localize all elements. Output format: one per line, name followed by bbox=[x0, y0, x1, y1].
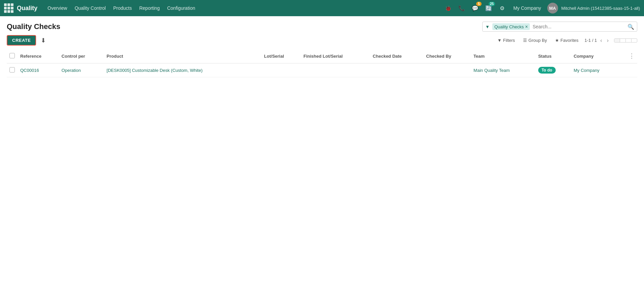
row-reference[interactable]: QC00016 bbox=[18, 63, 59, 77]
nav-menu: Overview Quality Control Products Report… bbox=[44, 3, 442, 13]
search-input[interactable] bbox=[532, 24, 625, 29]
filter-tag-label: Quality Checks bbox=[494, 24, 524, 29]
page-header: Quality Checks ▼ Quality Checks × 🔍 bbox=[0, 16, 644, 32]
avatar[interactable]: MA bbox=[547, 3, 558, 13]
search-submit-icon[interactable]: 🔍 bbox=[627, 24, 634, 30]
kanban-view-button[interactable] bbox=[620, 39, 626, 42]
row-checkbox-cell[interactable] bbox=[7, 63, 18, 77]
brand-logo[interactable]: Quality bbox=[17, 5, 37, 12]
activity-badge: 25 bbox=[489, 2, 495, 6]
nav-item-configuration[interactable]: Configuration bbox=[164, 3, 198, 13]
reference-link[interactable]: QC00016 bbox=[20, 68, 39, 73]
select-all-checkbox[interactable] bbox=[7, 49, 18, 63]
row-status: To do bbox=[535, 63, 571, 77]
col-checked-date[interactable]: Checked Date bbox=[370, 49, 423, 63]
groupby-icon: ☰ bbox=[523, 38, 527, 43]
nav-item-products[interactable]: Products bbox=[110, 3, 135, 13]
pagination: 1-1 / 1 ‹ › bbox=[584, 37, 610, 44]
admin-name[interactable]: Mitchell Admin (15412385-saas-15-1-all) bbox=[561, 6, 640, 11]
company-name[interactable]: My Company bbox=[513, 5, 541, 11]
row-checkbox[interactable] bbox=[9, 67, 15, 73]
filters-icon: ▼ bbox=[497, 38, 502, 43]
col-lot-serial[interactable]: Lot/Serial bbox=[262, 49, 301, 63]
graph-view-button[interactable] bbox=[632, 39, 637, 42]
row-checked-by bbox=[424, 63, 471, 77]
pagination-text: 1-1 / 1 bbox=[584, 38, 597, 43]
create-button[interactable]: CREATE bbox=[7, 35, 36, 46]
favorites-icon: ★ bbox=[555, 38, 559, 43]
col-status[interactable]: Status bbox=[535, 49, 571, 63]
filter-icon: ▼ bbox=[485, 24, 490, 29]
filter-tag-close[interactable]: × bbox=[525, 24, 528, 29]
search-bar: ▼ Quality Checks × 🔍 bbox=[482, 22, 637, 32]
favorites-label: Favorites bbox=[560, 38, 578, 43]
pivot-view-button[interactable] bbox=[626, 39, 632, 42]
phone-icon[interactable]: 📞 bbox=[457, 3, 467, 13]
main-content: Quality Checks ▼ Quality Checks × 🔍 CREA… bbox=[0, 16, 644, 304]
col-reference[interactable]: Reference bbox=[18, 49, 59, 63]
quality-checks-table: Reference Control per Product Lot/Serial… bbox=[7, 49, 637, 77]
nav-item-reporting[interactable]: Reporting bbox=[136, 3, 163, 13]
toolbar-right: ▼ Filters ☰ Group By ★ Favorites 1-1 / 1… bbox=[495, 36, 637, 44]
row-finished-lot bbox=[301, 63, 370, 77]
row-product[interactable]: [DESK0005] Customizable Desk (Custom, Wh… bbox=[104, 63, 261, 77]
groupby-label: Group By bbox=[528, 38, 547, 43]
row-team[interactable]: Main Quality Team bbox=[471, 63, 535, 77]
row-control-per[interactable]: Operation bbox=[59, 63, 104, 77]
debug-icon[interactable]: 🐞 bbox=[443, 3, 453, 13]
filters-label: Filters bbox=[503, 38, 515, 43]
prev-page-arrow[interactable]: ‹ bbox=[599, 37, 603, 44]
favorites-button[interactable]: ★ Favorites bbox=[553, 36, 580, 44]
download-icon[interactable]: ⬇ bbox=[39, 35, 48, 46]
chat-badge: 5 bbox=[476, 2, 482, 6]
product-link[interactable]: [DESK0005] Customizable Desk (Custom, Wh… bbox=[106, 68, 203, 73]
row-lot-serial bbox=[262, 63, 301, 77]
top-navigation: Quality Overview Quality Control Product… bbox=[0, 0, 644, 16]
col-product[interactable]: Product bbox=[104, 49, 261, 63]
nav-icons-group: 🐞 📞 💬 5 🔄 25 ⚙ My Company MA Mitchell Ad… bbox=[443, 3, 640, 13]
table-container: Reference Control per Product Lot/Serial… bbox=[0, 49, 644, 77]
row-more[interactable] bbox=[619, 63, 637, 77]
col-team[interactable]: Team bbox=[471, 49, 535, 63]
toolbar: CREATE ⬇ ▼ Filters ☰ Group By ★ Favorite… bbox=[0, 32, 644, 49]
col-company[interactable]: Company bbox=[571, 49, 619, 63]
page-title: Quality Checks bbox=[7, 22, 60, 31]
header-checkbox[interactable] bbox=[9, 53, 15, 58]
table-row: QC00016 Operation [DESK0005] Customizabl… bbox=[7, 63, 637, 77]
search-filter-tag[interactable]: Quality Checks × bbox=[492, 23, 530, 30]
settings-icon[interactable]: ⚙ bbox=[497, 3, 507, 13]
control-per-link[interactable]: Operation bbox=[62, 68, 81, 73]
company-link[interactable]: My Company bbox=[574, 68, 600, 73]
view-toggle bbox=[614, 38, 637, 43]
row-company[interactable]: My Company bbox=[571, 63, 619, 77]
row-checked-date bbox=[370, 63, 423, 77]
list-view-button[interactable] bbox=[614, 39, 620, 42]
apps-grid-icon[interactable] bbox=[4, 3, 13, 13]
status-badge: To do bbox=[538, 67, 556, 74]
chat-icon[interactable]: 💬 5 bbox=[470, 3, 480, 13]
filters-button[interactable]: ▼ Filters bbox=[495, 36, 517, 44]
col-control-per[interactable]: Control per bbox=[59, 49, 104, 63]
nav-item-overview[interactable]: Overview bbox=[44, 3, 70, 13]
next-page-arrow[interactable]: › bbox=[606, 37, 610, 44]
col-finished-lot[interactable]: Finished Lot/Serial bbox=[301, 49, 370, 63]
groupby-button[interactable]: ☰ Group By bbox=[521, 36, 549, 44]
team-link[interactable]: Main Quality Team bbox=[473, 68, 510, 73]
col-checked-by[interactable]: Checked By bbox=[424, 49, 471, 63]
activity-icon[interactable]: 🔄 25 bbox=[484, 3, 494, 13]
table-header-row: Reference Control per Product Lot/Serial… bbox=[7, 49, 637, 63]
col-more[interactable]: ⋮ bbox=[619, 49, 637, 63]
nav-item-quality-control[interactable]: Quality Control bbox=[71, 3, 109, 13]
